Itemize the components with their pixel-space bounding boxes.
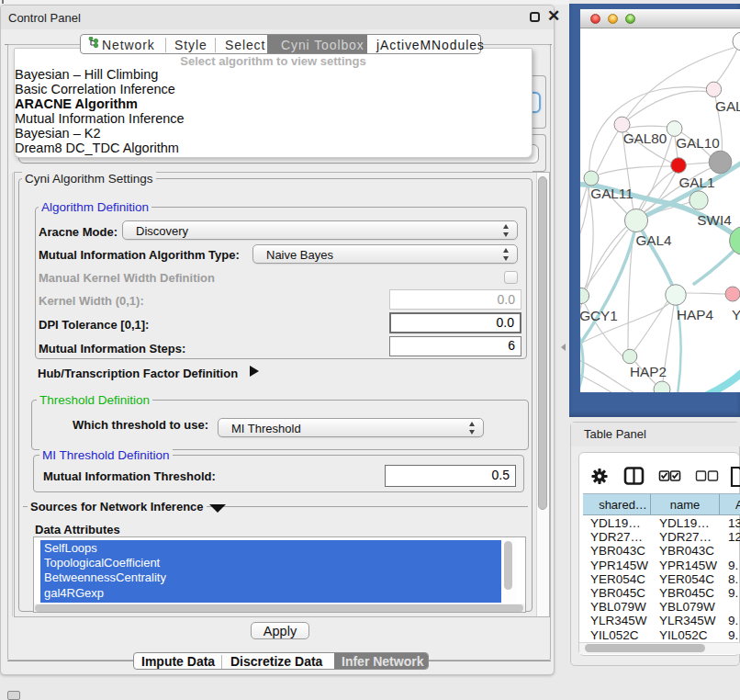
- svg-text:GCY1: GCY1: [580, 308, 618, 323]
- svg-text:GAL4: GAL4: [635, 232, 672, 248]
- svg-text:YMR: YMR: [732, 307, 740, 322]
- svg-text:HAP2: HAP2: [630, 364, 667, 379]
- svg-text:GAL11: GAL11: [590, 186, 633, 201]
- svg-text:GAL80: GAL80: [623, 130, 667, 146]
- svg-text:SWI4: SWI4: [697, 212, 732, 228]
- svg-text:GAL10: GAL10: [676, 135, 720, 151]
- svg-text:GAL1: GAL1: [678, 175, 714, 190]
- svg-text:GAL2: GAL2: [715, 98, 740, 114]
- svg-text:HAP4: HAP4: [677, 307, 713, 322]
